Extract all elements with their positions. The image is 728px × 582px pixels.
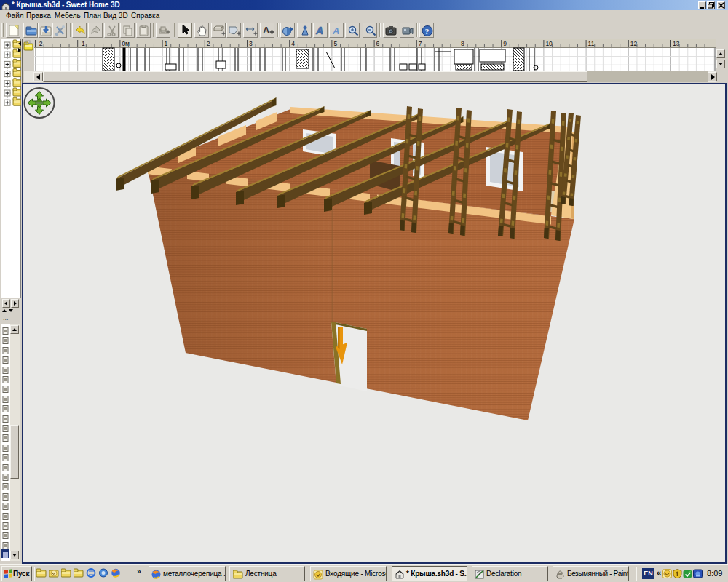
svg-text:1: 1 — [165, 40, 168, 47]
svg-text:A: A — [332, 25, 339, 36]
svg-text:10: 10 — [545, 40, 553, 47]
svg-text:2: 2 — [207, 40, 210, 47]
svg-text:4: 4 — [291, 40, 295, 47]
svg-text:6: 6 — [376, 40, 380, 47]
svg-text:A: A — [315, 25, 323, 36]
svg-text:8: 8 — [461, 40, 464, 47]
svg-text:A: A — [263, 25, 270, 36]
svg-text:?: ? — [425, 27, 430, 36]
svg-text:11: 11 — [588, 40, 595, 47]
svg-text:5: 5 — [333, 40, 337, 47]
svg-text:-1: -1 — [79, 40, 85, 47]
svg-text:7: 7 — [419, 40, 422, 47]
svg-text:12: 12 — [630, 40, 638, 47]
svg-text:3: 3 — [249, 40, 253, 47]
svg-text:-2: -2 — [37, 40, 43, 47]
svg-text:13: 13 — [673, 40, 680, 47]
svg-text:9: 9 — [503, 40, 507, 47]
